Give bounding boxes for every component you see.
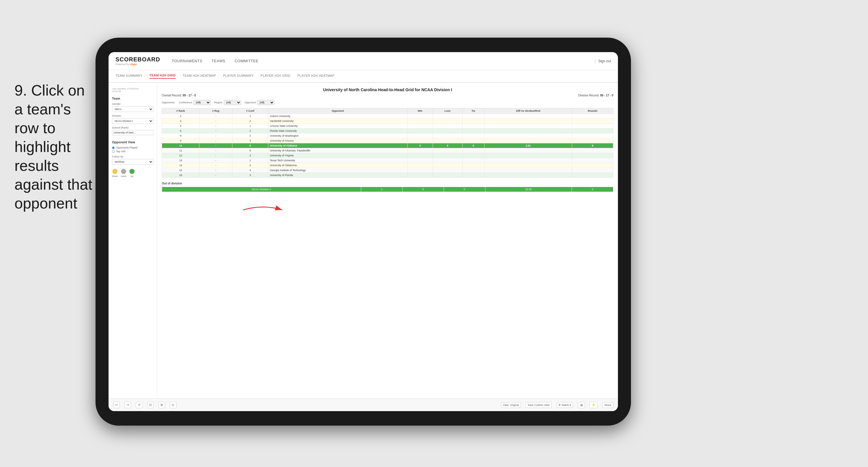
nav-teams[interactable]: TEAMS	[212, 59, 225, 63]
opponents-label: Opponents:	[162, 101, 176, 104]
data-cell	[433, 128, 462, 134]
data-cell: 2.61	[485, 143, 572, 148]
share-button[interactable]: Share	[602, 402, 613, 408]
out-of-division-row[interactable]: NCAA Division II 1 0 0 26.00 3	[162, 187, 613, 192]
table-row[interactable]: 6-2Florida State University	[162, 128, 613, 134]
watch-button[interactable]: 👁 Watch ▾	[556, 402, 573, 408]
table-row[interactable]: 3-2Vanderbilt University	[162, 119, 613, 124]
opponent-filter-select[interactable]: (All)	[257, 100, 274, 105]
data-cell: 2	[232, 128, 268, 134]
opponents-played-option[interactable]: Opponents Played	[112, 146, 153, 149]
data-cell: -	[199, 173, 232, 178]
colour-by-select[interactable]: Win/loss	[112, 159, 153, 165]
gender-select[interactable]: Men's	[112, 106, 153, 112]
data-cell	[433, 163, 462, 168]
grid-area: University of North Carolina Head-to-Hea…	[157, 83, 618, 399]
data-cell	[485, 119, 572, 124]
data-cell: 2	[232, 163, 268, 168]
conference-filter-select[interactable]: (All)	[193, 100, 211, 105]
data-cell	[572, 163, 613, 168]
data-cell	[407, 163, 433, 168]
region-filter-select[interactable]: (All)	[224, 100, 241, 105]
nav-committee[interactable]: COMMITTEE	[235, 59, 258, 63]
grid-title: University of North Carolina Head-to-Hea…	[162, 87, 613, 92]
data-cell: 1	[232, 124, 268, 128]
data-cell: 12	[162, 153, 199, 158]
out-of-division-loss: 0	[402, 187, 444, 192]
refresh-button[interactable]: ↺	[136, 402, 143, 408]
tab-team-h2h-heatmap[interactable]: TEAM H2H HEATMAP	[183, 74, 216, 79]
region-filter-label: Region	[214, 101, 223, 104]
table-row[interactable]: 8-2University of Washington	[162, 134, 613, 138]
opponent-cell: Texas Tech University	[268, 158, 407, 163]
down-dot	[112, 169, 118, 174]
data-cell	[485, 134, 572, 138]
tab-player-h2h-heatmap[interactable]: PLAYER H2H HEATMAP	[297, 74, 334, 79]
tab-player-h2h-grid[interactable]: PLAYER H2H GRID	[261, 74, 290, 79]
nav-items: TOURNAMENTS TEAMS COMMITTEE	[172, 59, 594, 63]
opponent-view-radio-group: Opponents Played Top 100	[112, 146, 153, 153]
data-cell	[462, 124, 484, 128]
table-row[interactable]: 15-4Georgia Institute of Technology	[162, 168, 613, 173]
data-cell: -	[199, 158, 232, 163]
add-button[interactable]: ⊕	[158, 402, 165, 408]
data-cell	[407, 148, 433, 153]
table-row[interactable]: 16-3University of Florida	[162, 173, 613, 178]
table-row[interactable]: 11-6University of Arkansas, Fayetteville	[162, 148, 613, 153]
tab-team-h2h-grid[interactable]: TEAM H2H GRID	[149, 74, 176, 79]
tab-team-summary[interactable]: TEAM SUMMARY	[116, 74, 143, 79]
save-custom-view-button[interactable]: Save Custom View	[526, 402, 552, 408]
data-cell: 3	[232, 173, 268, 178]
data-cell	[485, 153, 572, 158]
data-cell	[572, 173, 613, 178]
lightning-button[interactable]: ⚡	[590, 402, 598, 408]
data-cell	[462, 114, 484, 119]
data-cell	[462, 148, 484, 153]
table-row[interactable]: 12-3University of Virginia	[162, 153, 613, 158]
table-row[interactable]: 2-1Auburn University	[162, 114, 613, 119]
legend-level: Level	[121, 169, 126, 177]
h2h-grid-table: # Rank # Reg # Conf Opponent Win Loss Ti…	[162, 108, 613, 178]
redo-button[interactable]: ↪	[124, 402, 131, 408]
bottom-toolbar: ↩ ↪ ↺ ⊡ ⊕ ◷ View: Original Save Custom V…	[108, 399, 618, 411]
data-cell: -	[199, 138, 232, 143]
grid-button[interactable]: ⊡	[147, 402, 154, 408]
gender-label: Gender	[112, 103, 153, 106]
opponent-cell: University of Alabama	[268, 143, 407, 148]
undo-button[interactable]: ↩	[113, 402, 120, 408]
division-select[interactable]: NCAA Division I	[112, 118, 153, 124]
nav-tournaments[interactable]: TOURNAMENTS	[172, 59, 202, 63]
table-row[interactable]: 9-3University of Arizona	[162, 138, 613, 143]
opponent-cell: University of Virginia	[268, 153, 407, 158]
grid-filters: Opponents: Conference (All) Region (All)	[162, 100, 613, 105]
table-row[interactable]: 14-2University of Oklahoma	[162, 163, 613, 168]
logo-area: SCOREBOARD Powered by clippi	[116, 56, 160, 66]
screen-button[interactable]: 🖥	[578, 402, 585, 408]
view-original-button[interactable]: View: Original	[501, 402, 521, 408]
table-row[interactable]: 11-5University of Alabama3002.618	[162, 143, 613, 148]
up-dot	[129, 169, 134, 174]
data-cell: -	[199, 143, 232, 148]
region-filter: Region (All)	[214, 100, 241, 105]
data-cell	[407, 158, 433, 163]
data-cell	[572, 114, 613, 119]
opponent-cell: University of Oklahoma	[268, 163, 407, 168]
data-cell	[433, 158, 462, 163]
opponent-cell: Florida State University	[268, 128, 407, 134]
table-row[interactable]: 4-1Arizona State University	[162, 124, 613, 128]
data-cell	[407, 124, 433, 128]
clock-button[interactable]: ◷	[169, 402, 177, 408]
table-row[interactable]: 13-1Texas Tech University	[162, 158, 613, 163]
data-cell: 13	[162, 158, 199, 163]
data-cell: -	[199, 119, 232, 124]
opponent-cell: Georgia Institute of Technology	[268, 168, 407, 173]
out-of-division-table: NCAA Division II 1 0 0 26.00 3	[162, 187, 613, 192]
tab-player-summary[interactable]: PLAYER SUMMARY	[223, 74, 254, 79]
sign-out-button[interactable]: Sign out	[598, 59, 611, 63]
school-input[interactable]	[112, 130, 153, 135]
top100-option[interactable]: Top 100	[112, 150, 153, 153]
data-cell	[485, 128, 572, 134]
opponents-filter: Opponents:	[162, 100, 176, 105]
conference-filter-label: Conference	[179, 101, 192, 104]
data-cell	[407, 119, 433, 124]
